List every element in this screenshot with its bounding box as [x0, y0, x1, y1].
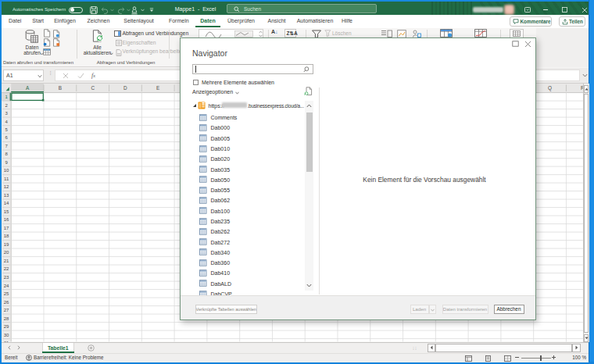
svg-text:24: 24 — [4, 284, 9, 288]
svg-text:28: 28 — [4, 316, 9, 321]
svg-text:D: D — [123, 85, 127, 91]
svg-text:16: 16 — [4, 218, 9, 223]
svg-text:21: 21 — [4, 259, 9, 263]
svg-text:A: A — [26, 85, 30, 91]
svg-text:10: 10 — [4, 169, 9, 173]
svg-text:19: 19 — [4, 242, 9, 247]
svg-text:B: B — [59, 85, 62, 91]
svg-text:30: 30 — [4, 333, 9, 337]
svg-text:14: 14 — [4, 202, 9, 206]
svg-text:25: 25 — [4, 291, 9, 296]
svg-text:23: 23 — [4, 275, 9, 280]
svg-text:15: 15 — [4, 209, 9, 214]
svg-text:26: 26 — [4, 300, 9, 305]
svg-text:12: 12 — [4, 185, 9, 190]
svg-text:Q: Q — [548, 85, 552, 91]
svg-text:17: 17 — [4, 226, 9, 230]
svg-text:C: C — [91, 85, 95, 91]
svg-text:27: 27 — [4, 308, 9, 312]
svg-text:29: 29 — [4, 324, 9, 329]
svg-text:E: E — [156, 85, 159, 91]
svg-text:11: 11 — [4, 177, 9, 181]
svg-text:13: 13 — [4, 193, 9, 198]
svg-text:18: 18 — [4, 234, 9, 239]
svg-text:20: 20 — [4, 251, 9, 255]
svg-text:22: 22 — [4, 267, 9, 272]
